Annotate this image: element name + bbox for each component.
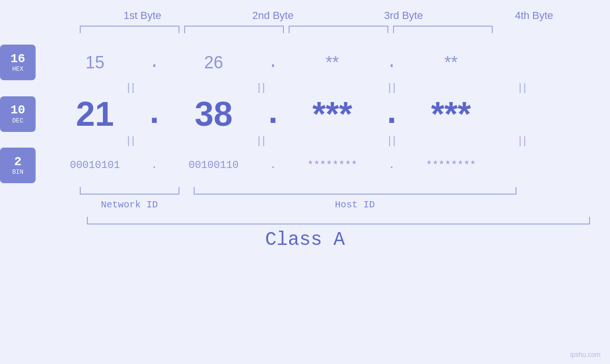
- dec-dot-3: .: [382, 94, 401, 133]
- top-bracket-row: [77, 26, 600, 35]
- dec-badge-label: DEC: [12, 117, 23, 124]
- dec-val-3: ***: [282, 94, 382, 133]
- bracket-4: [393, 26, 493, 33]
- hex-val-1: 15: [45, 53, 145, 73]
- byte-headers-row: 1st Byte 2nd Byte 3rd Byte 4th Byte: [77, 9, 600, 22]
- hex-val-3: **: [282, 53, 382, 73]
- main-container: 1st Byte 2nd Byte 3rd Byte 4th Byte 16 H…: [0, 0, 610, 364]
- pipe-row-1: || || || ||: [66, 80, 589, 94]
- byte-header-3: 3rd Byte: [351, 9, 456, 22]
- id-label-row: Network ID Host ID: [77, 199, 600, 210]
- hex-badge: 16 HEX: [0, 45, 36, 80]
- class-label: Class A: [0, 229, 610, 251]
- big-bottom-bracket: [87, 217, 590, 224]
- hex-row: 16 HEX 15 . 26 . ** . **: [0, 45, 610, 80]
- bracket-spacer: [182, 187, 191, 196]
- hex-dot-2: .: [263, 53, 282, 72]
- bin-val-4: ********: [401, 159, 501, 171]
- bottom-bracket-row: [77, 187, 600, 196]
- pipe-1-3: ||: [343, 81, 443, 93]
- bin-val-3: ********: [282, 159, 382, 171]
- byte-header-1: 1st Byte: [90, 9, 195, 22]
- bin-dot-2: .: [263, 159, 282, 171]
- host-id-label: Host ID: [191, 199, 519, 210]
- dec-row: 10 DEC 21 . 38 . *** . ***: [0, 94, 610, 133]
- bottom-bracket-host: [194, 187, 516, 195]
- bin-val-2: 00100110: [164, 159, 263, 171]
- hex-val-4: **: [401, 53, 501, 73]
- pipe-2-4: ||: [474, 134, 573, 147]
- bin-badge-label: BIN: [12, 168, 23, 176]
- pipe-row-2: || || || ||: [66, 133, 589, 148]
- bracket-2: [184, 26, 284, 33]
- bin-row: 2 BIN 00010101 . 00100110 . ******** . *…: [0, 148, 610, 183]
- hex-val-2: 26: [164, 53, 263, 73]
- dec-val-1: 21: [45, 94, 145, 133]
- bin-badge: 2 BIN: [0, 148, 36, 183]
- bracket-3: [289, 26, 388, 33]
- dec-val-4: ***: [401, 94, 501, 133]
- pipe-1-1: ||: [82, 81, 182, 93]
- dec-badge: 10 DEC: [0, 96, 36, 132]
- dec-dot-2: .: [263, 94, 282, 133]
- bin-dot-1: .: [145, 159, 164, 171]
- watermark: ipshu.com: [570, 351, 601, 358]
- network-id-label: Network ID: [77, 199, 182, 210]
- pipe-1-2: ||: [213, 81, 312, 93]
- bin-dot-3: .: [382, 159, 401, 171]
- dec-badge-number: 10: [10, 103, 25, 117]
- hex-values: 15 . 26 . ** . **: [45, 53, 610, 73]
- pipe-2-2: ||: [213, 134, 312, 147]
- dec-values: 21 . 38 . *** . ***: [45, 94, 610, 133]
- hex-dot-3: .: [382, 53, 401, 72]
- bracket-1: [80, 26, 179, 33]
- bin-values: 00010101 . 00100110 . ******** . *******…: [45, 159, 610, 171]
- byte-header-4: 4th Byte: [482, 9, 586, 22]
- hex-badge-label: HEX: [12, 65, 23, 73]
- bin-badge-number: 2: [14, 155, 22, 169]
- byte-header-2: 2nd Byte: [221, 9, 325, 22]
- bottom-bracket-network: [80, 187, 179, 195]
- pipe-2-1: ||: [82, 134, 182, 147]
- dec-dot-1: .: [145, 94, 164, 133]
- bin-val-1: 00010101: [45, 159, 145, 171]
- hex-badge-number: 16: [10, 52, 25, 66]
- pipe-2-3: ||: [343, 134, 443, 147]
- dec-val-2: 38: [164, 94, 263, 133]
- hex-dot-1: .: [145, 53, 164, 72]
- pipe-1-4: ||: [474, 81, 573, 93]
